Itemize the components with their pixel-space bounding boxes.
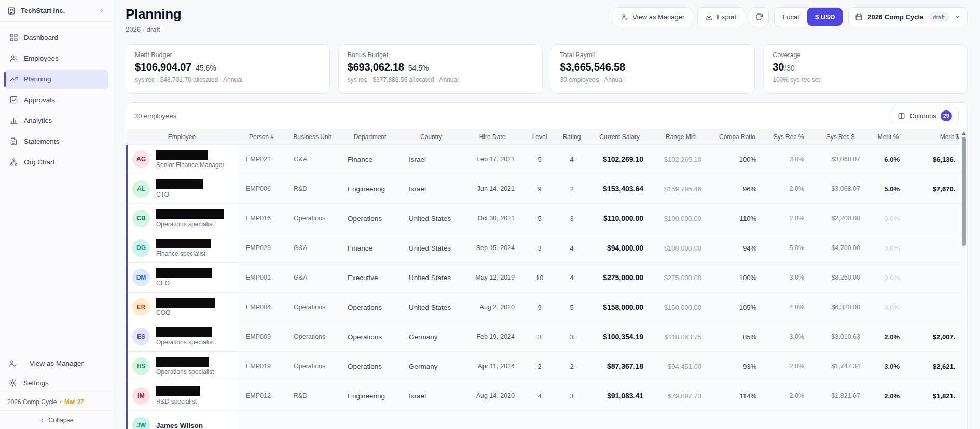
column-header[interactable]: Rating	[556, 129, 587, 144]
table-scrollbar[interactable]	[960, 129, 967, 429]
column-header[interactable]: Merit %	[868, 129, 908, 144]
refresh-button[interactable]	[750, 7, 769, 26]
employee-cell: JW James Wilson	[126, 411, 238, 429]
redacted-name	[156, 179, 203, 189]
merit-pct-cell[interactable]: 0.0%	[868, 204, 908, 233]
country-cell: United States	[401, 293, 462, 322]
currency-local-button[interactable]: Local	[775, 8, 807, 26]
level-cell: 3	[523, 322, 556, 351]
table-row[interactable]: DM CEO EMP001 G&A Executive United State…	[126, 263, 967, 293]
sys-rec-usd-cell: $6,320.00	[812, 293, 868, 322]
columns-label: Columns	[909, 112, 936, 120]
column-header[interactable]: Business Unit	[285, 129, 339, 144]
rating-cell: 2	[556, 174, 587, 203]
merit-pct-cell[interactable]: 0.0%	[868, 233, 908, 262]
currency-usd-button[interactable]: $ USD	[807, 8, 843, 26]
column-header[interactable]: Sys Rec $	[812, 129, 868, 144]
merit-pct-cell[interactable]: 3.0%	[868, 352, 908, 381]
column-header[interactable]: Person #	[238, 129, 285, 144]
company-logo-icon	[7, 7, 16, 15]
sidebar-item-analytics[interactable]: Analytics	[4, 111, 108, 130]
merit-usd-cell	[908, 204, 968, 233]
sidebar-view-as-manager[interactable]: View as Manager	[0, 353, 113, 373]
merit-pct-cell[interactable]: 6.0%	[868, 145, 908, 174]
employee-cell: DM CEO	[126, 263, 238, 292]
scrollbar-up-arrow-icon[interactable]	[962, 132, 966, 135]
employee-info: CTO	[156, 179, 203, 198]
department-cell: Executive	[339, 263, 401, 292]
hire-date-cell: Aug 2, 2020	[462, 293, 523, 322]
compa-ratio-cell: 114%	[710, 381, 765, 410]
table-row[interactable]: ER COO EMP004 Operations Operations Unit…	[126, 293, 967, 322]
level-cell: 2	[523, 352, 556, 381]
workspace-switcher[interactable]: TechStart Inc.	[0, 0, 113, 22]
sidebar-item-dashboard[interactable]: Dashboard	[4, 28, 108, 47]
hire-date-cell: May 12, 2019	[462, 263, 523, 292]
table-row[interactable]: AL CTO EMP006 R&D Engineering Israel Jun…	[126, 174, 967, 204]
table-row[interactable]: JW James Wilson	[126, 411, 967, 429]
rating-cell: 5	[556, 293, 587, 322]
cycle-selector[interactable]: 2026 Comp Cycle draft	[848, 7, 968, 26]
sys-rec-usd-cell: $8,250.00	[812, 263, 868, 292]
table-row[interactable]: ES Operations specialist EMP009 Operatio…	[126, 322, 967, 352]
merit-pct-cell[interactable]	[868, 411, 908, 429]
page-title: Planning	[126, 6, 181, 22]
sidebar-item-org-chart[interactable]: Org Chart	[4, 153, 108, 172]
export-button[interactable]: Export	[697, 7, 744, 26]
column-header[interactable]: Country	[401, 129, 462, 144]
column-header[interactable]: Compa Ratio	[710, 129, 765, 144]
calendar-icon	[855, 13, 863, 21]
sys-rec-pct-cell: 3.0%	[765, 322, 812, 351]
column-header[interactable]: Employee	[126, 129, 238, 144]
employee-info: CEO	[156, 268, 212, 287]
employee-info: COO	[156, 298, 215, 316]
table-row[interactable]: CB Operations specialist EMP016 Operatio…	[126, 204, 967, 233]
compa-ratio-cell: 100%	[710, 145, 765, 174]
merit-pct-cell[interactable]: 2.0%	[868, 381, 908, 410]
employee-info: R&D specialist	[156, 386, 200, 405]
table-row[interactable]: AG Senior Finance Manager EMP021 G&A Fin…	[126, 145, 967, 174]
card-label: Coverage	[772, 51, 958, 59]
range-mid-cell	[652, 411, 710, 429]
cycle-date: Mar 27	[64, 398, 84, 406]
employee-title: Operations specialist	[156, 220, 224, 228]
sidebar-item-label: Employees	[24, 54, 59, 62]
business-unit-cell: R&D	[285, 381, 339, 410]
current-salary-cell: $91,083.41	[587, 381, 652, 410]
column-header[interactable]: Range Mid	[652, 129, 710, 144]
table-row[interactable]: DG Finance specialist EMP029 G&A Finance…	[126, 233, 967, 263]
compa-ratio-cell: 110%	[710, 204, 765, 233]
redacted-name	[156, 327, 212, 337]
sidebar-item-statements[interactable]: Statements	[4, 132, 108, 151]
sidebar-item-approvals[interactable]: Approvals	[4, 90, 108, 109]
column-header[interactable]: Level	[523, 129, 556, 144]
merit-pct-cell[interactable]: 5.0%	[868, 174, 908, 203]
person-number-cell: EMP016	[238, 204, 285, 233]
card-subtext: 100% sys rec set	[772, 76, 958, 84]
view-as-manager-button[interactable]: View as Manager	[613, 7, 692, 26]
merit-pct-cell[interactable]: 0.0%	[868, 263, 908, 292]
merit-pct-cell[interactable]: 0.0%	[868, 293, 908, 322]
column-header[interactable]: Current Salary	[587, 129, 652, 144]
column-header[interactable]: Merit $	[908, 129, 968, 144]
rating-cell: 4	[556, 233, 587, 262]
chevron-right-icon[interactable]	[99, 7, 105, 14]
sys-rec-pct-cell: 2.0%	[765, 381, 812, 410]
person-number-cell: EMP012	[238, 381, 285, 410]
country-cell: Germany	[401, 352, 462, 381]
table-row[interactable]: HS Operations specialist EMP019 Operatio…	[126, 352, 967, 381]
column-header[interactable]: Hire Date	[462, 129, 523, 144]
dashboard-icon	[9, 33, 18, 42]
sidebar-settings[interactable]: Settings	[0, 373, 113, 393]
column-header[interactable]: Sys Rec %	[765, 129, 812, 144]
sidebar-collapse-button[interactable]: Collapse	[0, 410, 113, 429]
columns-button[interactable]: Columns 29	[891, 107, 959, 124]
merit-pct-cell[interactable]: 2.0%	[868, 322, 908, 351]
column-header[interactable]: Department	[339, 129, 401, 144]
scrollbar-thumb[interactable]	[962, 137, 966, 246]
sidebar-item-employees[interactable]: Employees	[4, 49, 108, 68]
business-unit-cell: Operations	[285, 204, 339, 233]
sidebar-item-planning[interactable]: Planning	[4, 70, 108, 89]
employee-info: Finance specialist	[156, 239, 211, 257]
table-row[interactable]: IM R&D specialist EMP012 R&D Engineering…	[126, 381, 967, 411]
